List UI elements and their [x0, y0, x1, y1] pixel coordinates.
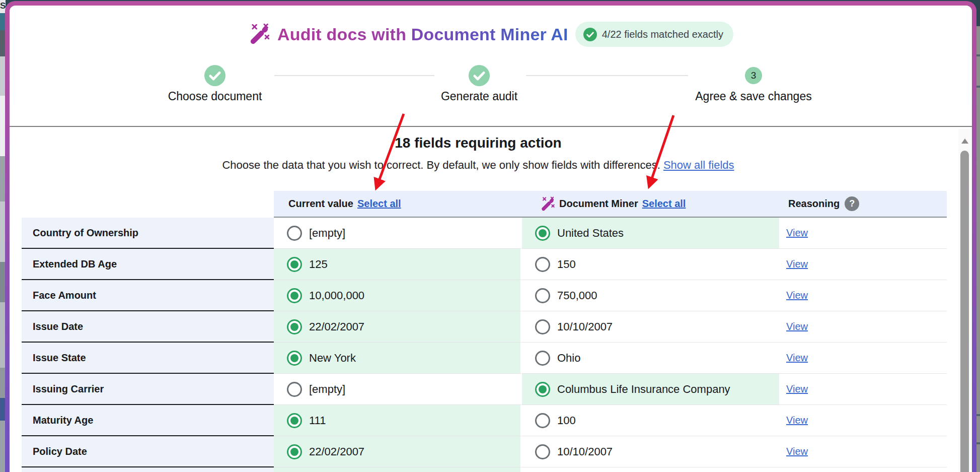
field-name-cell: Extended DB Age — [22, 249, 274, 280]
field-name-cell: Policy Date — [22, 436, 274, 467]
current-value-cell: 111 — [274, 405, 522, 436]
field-name-cell: Issue Date — [22, 311, 274, 343]
reasoning-cell: View — [779, 374, 947, 405]
document-miner-header: Document Miner Select all — [522, 191, 779, 218]
current-value-text: New York — [309, 352, 356, 365]
background-divider — [976, 414, 980, 416]
view-link[interactable]: View — [786, 290, 808, 301]
document-miner-radio[interactable] — [535, 288, 550, 303]
view-link[interactable]: View — [786, 321, 808, 332]
document-miner-radio[interactable] — [535, 351, 550, 366]
document-miner-radio[interactable] — [535, 444, 550, 459]
scrollbar-up-arrow-icon[interactable] — [961, 139, 968, 144]
current-value-cell: 125 — [274, 249, 522, 280]
document-miner-text: 150 — [557, 258, 576, 271]
help-icon[interactable]: ? — [845, 196, 859, 211]
current-value-text: 111 — [309, 414, 326, 427]
current-value-radio[interactable] — [287, 351, 302, 366]
document-miner-text: 10/10/2007 — [557, 320, 613, 333]
field-name-cell — [22, 467, 274, 472]
document-miner-cell: United States — [522, 218, 779, 249]
current-value-text: [empty] — [309, 227, 345, 240]
document-miner-radio[interactable] — [535, 413, 550, 428]
background-page-right-edge — [976, 26, 980, 472]
document-miner-text: Columbus Life Insurance Company — [557, 383, 730, 396]
reasoning-cell: View — [779, 436, 947, 467]
current-value-cell: New York — [274, 343, 522, 374]
current-value-cell: 22/02/2007 — [274, 436, 522, 467]
current-value-radio[interactable] — [287, 413, 302, 428]
reasoning-cell: View — [779, 218, 947, 249]
current-value-header-label: Current value — [288, 198, 353, 210]
fields-subtitle: Choose the data that you wish to correct… — [10, 159, 947, 172]
field-name-cell: Face Amount — [22, 280, 274, 311]
audit-modal: Audit docs with Document Miner AI 4/22 f… — [5, 1, 976, 472]
field-name-header — [22, 191, 274, 218]
show-all-fields-link[interactable]: Show all fields — [663, 159, 734, 171]
document-miner-cell: 150 — [522, 249, 779, 280]
step-connector-1 — [274, 75, 434, 76]
current-value-header: Current value Select all — [274, 191, 522, 218]
step-3-number-badge: 3 — [745, 67, 762, 84]
document-miner-cell: Columbus Life Insurance Company — [522, 374, 779, 405]
reasoning-cell: View — [779, 405, 947, 436]
document-miner-cell: 750,000 — [522, 280, 779, 311]
reasoning-cell: View — [779, 311, 947, 343]
document-miner-text: 750,000 — [557, 289, 597, 302]
view-link[interactable]: View — [786, 446, 808, 457]
reasoning-cell: View — [779, 343, 947, 374]
magic-wand-icon — [540, 196, 555, 212]
view-link[interactable]: View — [786, 258, 808, 270]
current-value-text: 125 — [309, 258, 328, 271]
document-miner-text: Ohio — [557, 352, 580, 365]
field-name-cell: Issuing Carrier — [22, 374, 274, 405]
document-miner-radio[interactable] — [535, 226, 550, 241]
document-miner-header-label: Document Miner — [559, 198, 638, 210]
current-value-radio[interactable] — [287, 319, 302, 334]
current-value-cell: [empty] — [274, 218, 522, 249]
current-value-radio[interactable] — [287, 382, 302, 397]
reasoning-header-label: Reasoning — [788, 198, 840, 210]
document-miner-text: 10/10/2007 — [557, 445, 613, 458]
current-value-radio[interactable] — [287, 444, 302, 459]
background-divider — [976, 442, 980, 444]
miner-select-all-link[interactable]: Select all — [642, 198, 686, 210]
current-value-cell: [empty] — [274, 374, 522, 405]
field-name-cell: Maturity Age — [22, 405, 274, 436]
screen: S Audit docs with Document Miner AI 4/22… — [0, 0, 980, 472]
step-2-label: Generate audit — [441, 90, 517, 103]
current-select-all-link[interactable]: Select all — [357, 198, 401, 210]
document-miner-cell — [522, 467, 779, 472]
modal-scrollbar[interactable] — [958, 129, 971, 472]
view-link[interactable]: View — [786, 352, 808, 364]
view-link[interactable]: View — [786, 227, 808, 239]
document-miner-radio[interactable] — [535, 319, 550, 334]
field-name-cell: Country of Ownership — [22, 218, 274, 249]
current-value-radio[interactable] — [287, 226, 302, 241]
document-miner-cell: 10/10/2007 — [522, 436, 779, 467]
fields-scroll-area: 18 fields requiring action Choose the da… — [10, 128, 972, 472]
current-value-radio[interactable] — [287, 288, 302, 303]
document-miner-cell: 10/10/2007 — [522, 311, 779, 343]
current-value-radio[interactable] — [287, 257, 302, 272]
current-value-text: [empty] — [309, 383, 345, 396]
current-value-text: 22/02/2007 — [309, 320, 364, 333]
document-miner-radio[interactable] — [535, 257, 550, 272]
step-1-check-icon — [204, 65, 225, 86]
scrollbar-thumb[interactable] — [960, 151, 969, 472]
view-link[interactable]: View — [786, 415, 808, 426]
current-value-text: 22/02/2007 — [309, 445, 364, 458]
fields-table: Current value Select all Document Miner … — [22, 191, 947, 472]
stepper: 3 Choose document Generate audit Agree &… — [10, 6, 972, 126]
current-value-text: 10,000,000 — [309, 289, 364, 302]
reasoning-cell: View — [779, 249, 947, 280]
document-miner-radio[interactable] — [535, 382, 550, 397]
view-link[interactable]: View — [786, 383, 808, 395]
reasoning-cell: View — [779, 280, 947, 311]
current-value-cell — [274, 467, 522, 472]
audit-modal-content: Audit docs with Document Miner AI 4/22 f… — [10, 6, 972, 472]
fields-heading: 18 fields requiring action — [10, 135, 947, 151]
step-3-label: Agree & save changes — [695, 90, 811, 103]
step-connector-2 — [526, 75, 688, 76]
document-miner-cell: Ohio — [522, 343, 779, 374]
